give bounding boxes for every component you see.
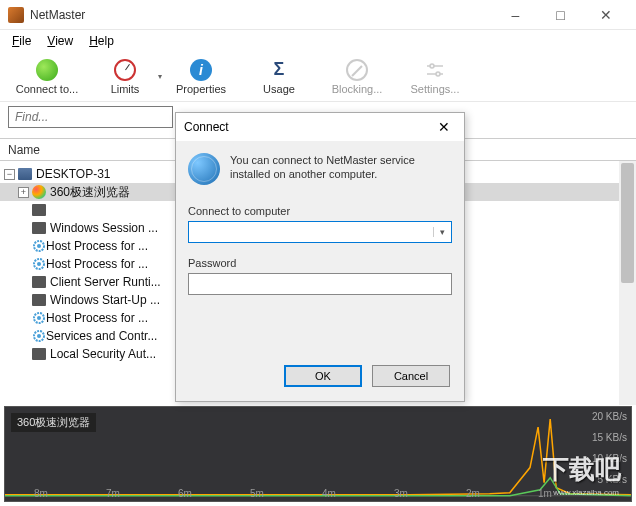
usage-button[interactable]: Σ Usage — [240, 59, 318, 95]
app-icon — [32, 348, 46, 360]
svg-point-7 — [37, 262, 41, 266]
connect-button[interactable]: Connect to... — [8, 59, 86, 95]
graph-y-axis: 20 KB/s15 KB/s10 KB/s5 KB/s — [592, 411, 627, 485]
settings-button[interactable]: Settings... — [396, 59, 474, 95]
close-button[interactable]: ✕ — [583, 0, 628, 30]
globe-icon — [188, 153, 220, 185]
svg-point-9 — [37, 316, 41, 320]
tree-scrollbar[interactable] — [619, 161, 636, 405]
minimize-button[interactable]: – — [493, 0, 538, 30]
app-icon — [32, 222, 46, 234]
gear-icon — [32, 329, 46, 343]
menu-help[interactable]: Help — [81, 32, 122, 50]
svg-point-5 — [37, 244, 41, 248]
scrollbar-thumb[interactable] — [621, 163, 634, 283]
ok-button[interactable]: OK — [284, 365, 362, 387]
collapse-icon[interactable]: − — [4, 169, 15, 180]
computer-combobox[interactable]: ▾ — [188, 221, 452, 243]
app-icon — [32, 204, 46, 216]
dialog-title-bar[interactable]: Connect ✕ — [176, 113, 464, 141]
computer-input[interactable] — [189, 226, 433, 238]
app-icon — [32, 294, 46, 306]
watermark-url: www.xiazaiba.com — [553, 488, 619, 497]
limits-button[interactable]: Limits — [86, 59, 164, 95]
graph-x-axis: 8m7m6m5m4m3m2m1m — [5, 488, 581, 499]
svg-point-11 — [37, 334, 41, 338]
gear-icon — [32, 239, 46, 253]
traffic-graph: 360极速浏览器 8m7m6m5m4m3m2m1m 20 KB/s15 KB/s… — [4, 406, 632, 502]
expand-icon[interactable]: + — [18, 187, 29, 198]
computer-label: Connect to computer — [188, 205, 452, 217]
dialog-close-button[interactable]: ✕ — [432, 115, 456, 139]
sigma-icon: Σ — [268, 59, 290, 81]
maximize-button[interactable]: □ — [538, 0, 583, 30]
browser-icon — [32, 185, 46, 199]
menu-file[interactable]: File — [4, 32, 39, 50]
toolbar: Connect to... Limits ▾ i Properties Σ Us… — [0, 52, 636, 102]
gear-icon — [32, 311, 46, 325]
blocking-button[interactable]: Blocking... — [318, 59, 396, 95]
dialog-info-text: You can connect to NetMaster service ins… — [230, 153, 452, 185]
connect-dialog: Connect ✕ You can connect to NetMaster s… — [175, 112, 465, 402]
find-input[interactable] — [8, 106, 173, 128]
cancel-button[interactable]: Cancel — [372, 365, 450, 387]
password-label: Password — [188, 257, 452, 269]
blocking-icon — [346, 59, 368, 81]
app-icon — [32, 276, 46, 288]
properties-button[interactable]: i Properties — [162, 59, 240, 95]
sliders-icon — [424, 59, 446, 81]
menu-view[interactable]: View — [39, 32, 81, 50]
gear-icon — [32, 257, 46, 271]
svg-point-1 — [430, 64, 434, 68]
connect-icon — [36, 59, 58, 81]
window-title: NetMaster — [30, 8, 493, 22]
info-icon: i — [190, 59, 212, 81]
dialog-title: Connect — [184, 120, 432, 134]
app-logo-icon — [8, 7, 24, 23]
graph-series-label: 360极速浏览器 — [11, 413, 96, 432]
menu-bar: File View Help — [0, 30, 636, 52]
title-bar: NetMaster – □ ✕ — [0, 0, 636, 30]
limits-icon — [114, 59, 136, 81]
computer-icon — [18, 168, 32, 180]
password-input[interactable] — [188, 273, 452, 295]
chevron-down-icon[interactable]: ▾ — [433, 227, 451, 237]
svg-point-3 — [436, 72, 440, 76]
